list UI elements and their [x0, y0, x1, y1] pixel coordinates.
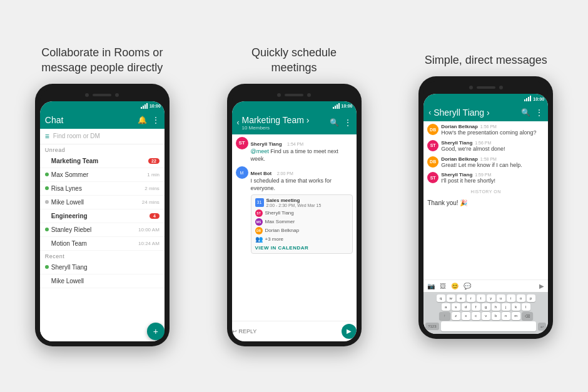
view-calendar-btn[interactable]: VIEW IN CALENDAR [255, 245, 348, 251]
key-k[interactable]: k [512, 303, 520, 311]
bell-icon[interactable]: 🔔 [138, 116, 147, 124]
dot-mike [45, 200, 49, 204]
chat-item-mike-recent[interactable]: Mike Lowell [40, 274, 165, 288]
key-l[interactable]: l [522, 303, 530, 311]
attendee-name-st: Sheryll Tiang [265, 210, 294, 216]
key-j[interactable]: j [502, 303, 510, 311]
chat-item-marketing[interactable]: Marketing Team 22 [40, 154, 165, 168]
key-w[interactable]: w [447, 294, 455, 302]
key-m[interactable]: m [512, 312, 520, 320]
image-toolbar-icon[interactable]: 🖼 [440, 283, 446, 289]
msg-row-sheryll: ST Sheryll Tiang 1:54 PM @meet Find us a… [236, 137, 353, 163]
avatar-sheryll-2: ST [236, 137, 248, 149]
time-max: 1 min [147, 172, 160, 178]
dot-motion [45, 241, 49, 245]
key-u[interactable]: u [497, 294, 505, 302]
dm-text-sheryll-2: I'll post it here shortly! [441, 178, 495, 185]
more-icon-3[interactable]: ⋮ [535, 108, 543, 117]
key-return[interactable]: ↩ [538, 323, 546, 331]
back-icon-2[interactable]: ‹ [237, 118, 240, 127]
key-o[interactable]: o [517, 294, 525, 302]
meet-bot-avatar: M [236, 166, 248, 179]
dm-msg-sheryll-1: ST Sheryll Tiang 1:56 PM Good, we're alm… [427, 140, 544, 153]
key-i[interactable]: i [507, 294, 515, 302]
marketing-title: Marketing Team › [242, 115, 310, 125]
key-r[interactable]: r [467, 294, 475, 302]
search-bar[interactable]: ≡ Find room or DM [40, 129, 165, 144]
chat-item-sheryll[interactable]: Sheryll Tiang [40, 261, 165, 274]
chat-name-max: Max Sommer [51, 171, 144, 178]
key-space[interactable] [441, 321, 537, 331]
key-b[interactable]: b [492, 312, 500, 320]
chat-item-max[interactable]: Max Sommer 1 min [40, 168, 165, 182]
key-f[interactable]: f [472, 303, 480, 311]
dm-header: ‹ Sheryll Tiang › 🔍 ⋮ [423, 104, 548, 121]
key-g[interactable]: g [482, 303, 490, 311]
status-bar-3: 10:00 [423, 94, 548, 104]
key-backspace[interactable]: ⌫ [522, 312, 533, 320]
more-icon-1[interactable]: ⋮ [152, 116, 160, 124]
chat-item-mike[interactable]: Mike Lowell 24 mins [40, 196, 165, 209]
key-n[interactable]: n [502, 312, 510, 320]
key-y[interactable]: y [487, 294, 495, 302]
emoji-toolbar-icon[interactable]: 😊 [451, 283, 459, 289]
chat-name-motion: Motion Team [51, 240, 136, 247]
chat-thread: ST Sheryll Tiang 1:54 PM @meet Find us a… [232, 134, 357, 321]
phone-screen-1: 10:00 Chat 🔔 ⋮ ≡ Find room or DM [40, 101, 165, 341]
send-icon[interactable]: ▶ [539, 283, 544, 289]
chat-item-stanley[interactable]: Stanley Riebel 10:00 AM [40, 223, 165, 237]
link-toolbar-icon[interactable]: 💬 [464, 283, 471, 289]
camera-toolbar-icon[interactable]: 📷 [427, 283, 435, 289]
chat-item-engineering[interactable]: Engineering 4 [40, 209, 165, 223]
badge-marketing: 22 [148, 158, 160, 164]
key-num[interactable]: ?123 [425, 323, 438, 330]
key-e[interactable]: e [457, 294, 465, 302]
back-icon-3[interactable]: ‹ [428, 108, 431, 117]
chat-item-motion[interactable]: Motion Team 10:24 AM [40, 237, 165, 251]
search-icon-2[interactable]: 🔍 [330, 118, 339, 127]
avatar-sheryll-dm: ST [427, 140, 438, 151]
dot-risa [45, 186, 49, 190]
phone-screen-3: 10:00 ‹ Sheryll Tiang › 🔍 ⋮ D [423, 94, 548, 334]
send-fab-2[interactable]: ▶ [342, 324, 357, 339]
signal-icon-2 [333, 104, 340, 109]
key-s[interactable]: s [452, 303, 460, 311]
dm-sender-dorian-1: Dorian Belknap [441, 124, 478, 129]
column-1: Collaborate in Rooms or message people d… [6, 46, 198, 346]
history-on-label: HISTORY ON [427, 188, 544, 195]
meet-bot-sender: Meet Bot [251, 171, 272, 176]
fab-button-1[interactable]: + [147, 323, 165, 340]
reply-btn[interactable]: ↩ REPLY [232, 328, 257, 334]
chat-item-risa[interactable]: Risa Lynes 2 mins [40, 182, 165, 196]
camera-2 [115, 93, 119, 97]
attendee-name-ms: Max Sommer [265, 219, 295, 224]
key-d[interactable]: d [462, 303, 470, 311]
key-q[interactable]: q [437, 294, 445, 302]
marketing-subtitle: 10 Members [242, 125, 310, 131]
key-t[interactable]: t [477, 294, 485, 302]
signal-icon [141, 104, 148, 109]
dm-header-dorian-2: Dorian Belknap 1:58 PM [441, 156, 522, 162]
time-risa: 2 mins [144, 186, 160, 191]
attendee-dorian: DB Dorian Belknap [255, 227, 348, 234]
reply-icon: ↩ [232, 328, 237, 334]
phone-screen-2: 10:00 ‹ Marketing Team › 10 Members 🔍 ⋮ [232, 101, 357, 341]
key-shift[interactable]: ↑ [439, 312, 450, 320]
key-z[interactable]: z [452, 312, 460, 320]
header-icons-2: 🔍 ⋮ [330, 118, 352, 127]
key-c[interactable]: c [472, 312, 480, 320]
key-a[interactable]: a [442, 303, 450, 311]
more-icon-2[interactable]: ⋮ [344, 118, 352, 127]
key-x[interactable]: x [462, 312, 470, 320]
dm-content-sheryll-1: Sheryll Tiang 1:56 PM Good, we're almost… [441, 140, 505, 153]
key-v[interactable]: v [482, 312, 490, 320]
signal-icon-3 [524, 96, 531, 101]
key-h[interactable]: h [492, 303, 500, 311]
search-placeholder: Find room or DM [53, 133, 100, 139]
search-filter-icon: ≡ [45, 132, 49, 141]
key-p[interactable]: p [527, 294, 535, 302]
search-icon-3[interactable]: 🔍 [521, 108, 530, 117]
dot-marketing [45, 159, 49, 163]
attendee-sheryll: ST Sheryll Tiang [255, 209, 348, 217]
camera-5 [469, 86, 473, 89]
